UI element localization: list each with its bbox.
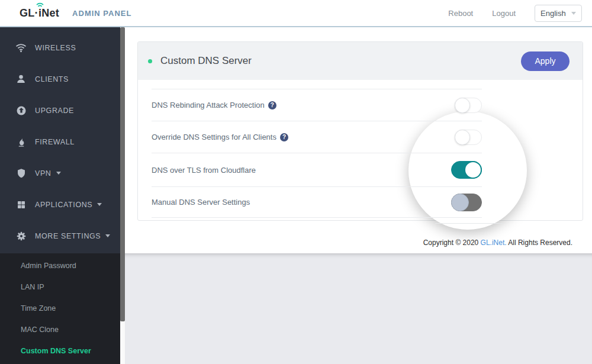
apps-icon: [15, 199, 27, 210]
setting-label: DNS over TLS from Cloudflare: [152, 166, 256, 175]
sidebar-item-label: MORE SETTINGS: [35, 232, 101, 240]
status-dot-icon: [148, 59, 152, 63]
submenu-item-custom-dns-server[interactable]: Custom DNS Server: [0, 340, 120, 362]
sidebar-item-more-settings[interactable]: MORE SETTINGS: [0, 220, 120, 252]
submenu-item-mac-clone[interactable]: MAC Clone: [0, 319, 120, 340]
header-actions: Reboot Logout English: [448, 5, 582, 22]
sidebar-item-label: UPGRADE: [35, 107, 74, 115]
copyright-pre: Copyright © 2020: [423, 239, 481, 247]
submenu-item-label: Time Zone: [21, 304, 56, 313]
sidebar: WIRELESS CLIENTS UPGRADE FIREWALL VPN AP…: [0, 27, 120, 364]
logo-text-inet-wrap: iNet: [38, 7, 59, 20]
logo-wifi-icon: [36, 2, 44, 8]
submenu-item-label: MAC Clone: [21, 326, 59, 334]
gl-inet-link[interactable]: GL.iNet.: [481, 239, 507, 247]
language-selected-value: English: [540, 9, 566, 18]
reboot-button[interactable]: Reboot: [448, 9, 473, 18]
vertical-scrollbar-thumb[interactable]: [120, 27, 125, 321]
scrolled-row-divider: [152, 80, 482, 89]
more-settings-submenu: Admin Password LAN IP Time Zone MAC Clon…: [0, 253, 120, 364]
sidebar-item-applications[interactable]: APPLICATIONS: [0, 189, 120, 220]
sidebar-item-clients[interactable]: CLIENTS: [0, 63, 120, 95]
copyright-post: All Rights Reserved.: [507, 239, 572, 247]
logout-button[interactable]: Logout: [492, 9, 516, 18]
person-icon: [15, 73, 27, 85]
language-dropdown[interactable]: English: [535, 5, 582, 22]
magnified-card-border-line: [435, 223, 503, 224]
settings-row: DNS Rebinding Attack Protection ?: [152, 89, 482, 121]
wifi-icon: [15, 42, 27, 53]
toggle-manual-dns-server-settings[interactable]: [451, 194, 482, 211]
submenu-item-label: Admin Password: [21, 262, 76, 270]
submenu-item-label: LAN IP: [21, 283, 44, 291]
toggle-knob: [451, 194, 469, 211]
setting-label: DNS Rebinding Attack Protection: [152, 101, 265, 109]
sidebar-item-upgrade[interactable]: UPGRADE: [0, 95, 120, 126]
setting-label: Override DNS Settings for All Clients: [152, 133, 276, 141]
sidebar-item-firewall[interactable]: FIREWALL: [0, 126, 120, 157]
submenu-item-label: Custom DNS Server: [21, 347, 91, 355]
toggle-override-dns-settings-for-all-clients[interactable]: [455, 130, 482, 145]
toggle-dns-over-tls-from-cloudflare[interactable]: [451, 161, 482, 179]
sidebar-item-label: CLIENTS: [35, 75, 69, 83]
vertical-scrollbar-track[interactable]: [120, 27, 125, 364]
card-title: Custom DNS Server: [160, 55, 252, 67]
submenu-item-time-zone[interactable]: Time Zone: [0, 298, 120, 319]
main-content: Custom DNS Server Apply DNS Rebinding At…: [125, 27, 592, 364]
settings-row: Override DNS Settings for All Clients ?: [152, 121, 482, 153]
help-icon-override-dns-settings-for-all-clients[interactable]: ?: [280, 133, 288, 141]
toggle-knob: [464, 161, 482, 179]
caret-down-icon: [97, 203, 102, 206]
page-background-lower: [125, 253, 592, 364]
card-header: Custom DNS Server Apply: [138, 42, 583, 80]
upgrade-icon: [15, 105, 27, 116]
sidebar-item-wireless[interactable]: WIRELESS: [0, 32, 120, 63]
caret-down-icon: [56, 172, 61, 175]
logo-text-inet: iNet: [38, 7, 59, 19]
setting-label: Manual DNS Server Settings: [152, 198, 250, 207]
firewall-icon: [15, 136, 27, 147]
chevron-down-icon: [571, 12, 576, 15]
submenu-item-admin-password[interactable]: Admin Password: [0, 255, 120, 276]
copyright-footer: Copyright © 2020 GL.iNet. All Rights Res…: [423, 239, 572, 247]
help-icon-dns-rebinding-attack-protection[interactable]: ?: [268, 101, 276, 109]
sidebar-nav: WIRELESS CLIENTS UPGRADE FIREWALL VPN AP…: [0, 27, 120, 252]
caret-down-icon: [105, 234, 110, 237]
logo-text-gl: GL·: [20, 7, 38, 20]
gl-inet-logo: GL·iNet: [20, 7, 59, 20]
sidebar-item-label: FIREWALL: [35, 138, 75, 146]
sidebar-item-label: WIRELESS: [35, 44, 76, 52]
sidebar-item-label: VPN: [35, 169, 52, 178]
settings-row: Manual DNS Server Settings: [152, 187, 482, 218]
toggle-dns-rebinding-attack-protection[interactable]: [455, 98, 482, 113]
settings-rows: DNS Rebinding Attack Protection ? Overri…: [152, 80, 482, 218]
shield-icon: [15, 167, 27, 179]
sidebar-item-label: APPLICATIONS: [35, 201, 92, 209]
admin-panel-label: ADMIN PANEL: [72, 9, 131, 18]
sidebar-item-vpn[interactable]: VPN: [0, 157, 120, 189]
settings-row: DNS over TLS from Cloudflare: [152, 153, 482, 187]
gear-icon: [15, 230, 27, 241]
toggle-knob: [455, 98, 470, 113]
toggle-knob: [455, 130, 470, 145]
submenu-item-lan-ip[interactable]: LAN IP: [0, 276, 120, 298]
top-header-bar: GL·iNet ADMIN PANEL Reboot Logout Englis…: [0, 0, 592, 27]
apply-button[interactable]: Apply: [521, 51, 570, 71]
